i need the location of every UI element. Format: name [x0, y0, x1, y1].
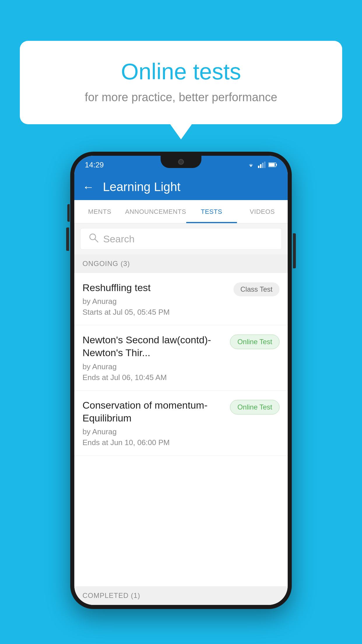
speech-bubble-container: Online tests for more practice, better p…	[20, 41, 342, 124]
search-icon	[89, 233, 99, 245]
svg-line-8	[95, 239, 98, 242]
test-name: Conservation of momentum-Equilibrium	[82, 399, 225, 424]
ongoing-section-header: ONGOING (3)	[74, 254, 288, 273]
status-icons	[247, 162, 277, 168]
completed-label: COMPLETED (1)	[82, 592, 140, 599]
search-box[interactable]: Search	[80, 228, 282, 250]
status-bar: 14:29	[74, 156, 288, 174]
wifi-icon	[247, 162, 255, 168]
bubble-subtitle: for more practice, better performance	[43, 91, 319, 104]
test-badge-online: Online Test	[230, 400, 280, 414]
svg-rect-3	[264, 162, 266, 168]
ongoing-label: ONGOING (3)	[82, 260, 130, 267]
tab-videos[interactable]: VIDEOS	[237, 200, 288, 223]
test-by: by Anurag	[82, 297, 229, 306]
test-item[interactable]: Conservation of momentum-Equilibrium by …	[74, 391, 288, 456]
svg-rect-1	[260, 164, 261, 168]
test-info: Reshuffling test by Anurag Starts at Jul…	[82, 281, 229, 317]
svg-rect-5	[269, 163, 275, 167]
phone-screen: 14:29	[74, 156, 288, 605]
test-date: Ends at Jul 06, 10:45 AM	[82, 373, 225, 382]
app-bar-title: Learning Light	[103, 180, 180, 194]
svg-rect-0	[258, 166, 259, 168]
svg-point-7	[90, 234, 96, 240]
search-container: Search	[74, 223, 288, 254]
back-button[interactable]: ←	[82, 181, 94, 194]
search-placeholder: Search	[103, 233, 135, 245]
test-name: Reshuffling test	[82, 281, 229, 294]
svg-rect-2	[262, 163, 263, 168]
tabs-container: MENTS ANNOUNCEMENTS TESTS VIDEOS	[74, 200, 288, 223]
phone-outer: 14:29	[70, 152, 292, 609]
signal-icon	[258, 162, 266, 168]
test-badge-online: Online Test	[230, 335, 280, 349]
completed-section-header: COMPLETED (1)	[74, 586, 288, 605]
test-info: Conservation of momentum-Equilibrium by …	[82, 399, 225, 447]
bubble-title: Online tests	[43, 58, 319, 85]
test-by: by Anurag	[82, 362, 225, 371]
tab-announcements[interactable]: ANNOUNCEMENTS	[125, 200, 186, 223]
svg-rect-6	[276, 164, 277, 166]
test-date: Starts at Jul 05, 05:45 PM	[82, 308, 229, 317]
test-info: Newton's Second law(contd)-Newton's Thir…	[82, 333, 225, 382]
test-by: by Anurag	[82, 427, 225, 436]
test-badge-class: Class Test	[233, 282, 280, 296]
status-time: 14:29	[85, 160, 104, 169]
phone-container: 14:29	[70, 152, 292, 609]
test-name: Newton's Second law(contd)-Newton's Thir…	[82, 333, 225, 359]
test-item[interactable]: Reshuffling test by Anurag Starts at Jul…	[74, 273, 288, 325]
tab-tests[interactable]: TESTS	[186, 200, 237, 223]
camera	[178, 159, 184, 165]
test-date: Ends at Jun 10, 06:00 PM	[82, 438, 225, 447]
test-item[interactable]: Newton's Second law(contd)-Newton's Thir…	[74, 325, 288, 390]
speech-bubble: Online tests for more practice, better p…	[20, 41, 342, 124]
app-bar: ← Learning Light	[74, 174, 288, 200]
notch	[161, 156, 201, 168]
battery-icon	[268, 162, 277, 167]
tab-ments[interactable]: MENTS	[74, 200, 125, 223]
